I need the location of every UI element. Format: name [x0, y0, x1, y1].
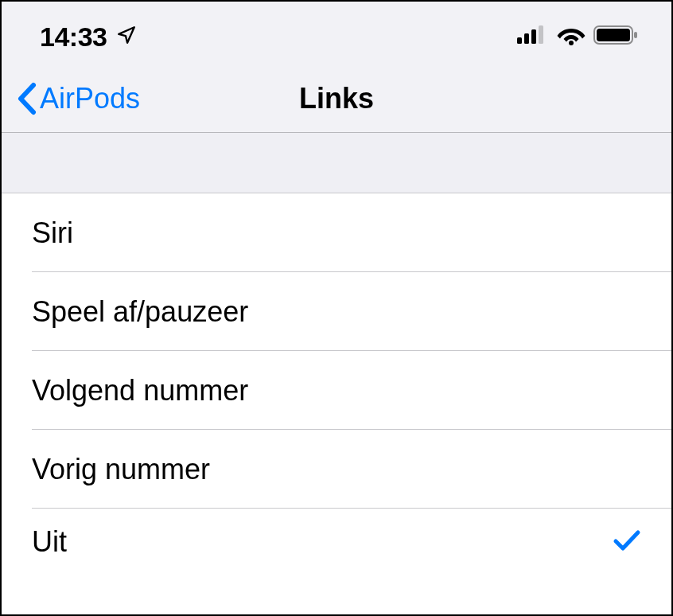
section-spacer — [2, 133, 671, 193]
location-arrow-icon — [116, 25, 137, 49]
options-list: Siri Speel af/pauzeer Volgend nummer Vor… — [2, 193, 671, 575]
option-siri[interactable]: Siri — [2, 193, 671, 272]
option-play-pause[interactable]: Speel af/pauzeer — [2, 272, 671, 351]
option-next-track[interactable]: Volgend nummer — [2, 351, 671, 430]
navigation-bar: AirPods Links — [2, 65, 671, 133]
svg-rect-6 — [597, 29, 630, 41]
chevron-left-icon — [16, 82, 38, 115]
option-off[interactable]: Uit — [2, 509, 671, 575]
option-previous-track[interactable]: Vorig nummer — [2, 430, 671, 509]
status-time: 14:33 — [40, 21, 107, 53]
svg-rect-7 — [634, 32, 637, 38]
svg-rect-3 — [539, 25, 543, 44]
svg-rect-0 — [517, 37, 522, 44]
svg-rect-2 — [531, 29, 536, 44]
option-label: Uit — [32, 525, 67, 559]
option-label: Siri — [32, 216, 73, 250]
status-left: 14:33 — [40, 21, 137, 53]
status-right — [517, 25, 640, 49]
status-bar: 14:33 — [2, 2, 671, 65]
svg-point-4 — [569, 41, 574, 45]
cellular-signal-icon — [517, 25, 549, 49]
checkmark-icon — [613, 528, 641, 556]
page-title: Links — [299, 82, 374, 115]
option-label: Speel af/pauzeer — [32, 295, 248, 329]
option-label: Vorig nummer — [32, 453, 210, 486]
back-label: AirPods — [40, 82, 140, 115]
svg-rect-1 — [524, 33, 529, 44]
battery-icon — [593, 25, 640, 49]
back-button[interactable]: AirPods — [16, 82, 140, 115]
option-label: Volgend nummer — [32, 374, 248, 407]
wifi-icon — [557, 25, 585, 49]
